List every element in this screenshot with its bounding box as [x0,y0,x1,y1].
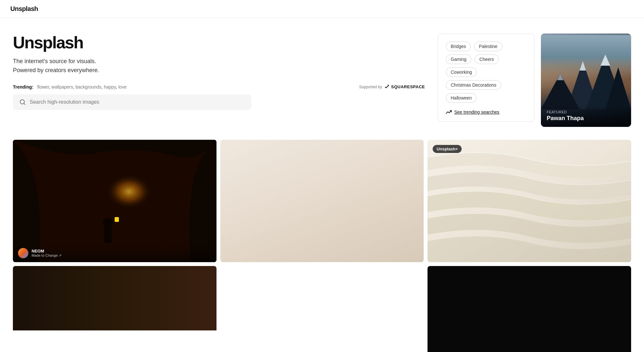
search-input[interactable] [30,99,245,105]
svg-rect-14 [115,217,119,222]
unsplash-plus-badge: Unsplash+ [433,145,462,153]
trending-text: Trending: flower, wallpapers, background… [13,84,127,90]
photo-card-1[interactable]: NEOM Made to Change ↗ [13,140,216,262]
photo-5-image [13,266,216,330]
trending-flower[interactable]: flower [37,84,49,90]
tag-coworking[interactable]: Coworking [446,67,477,77]
cave-svg [13,140,216,262]
featured-card-label: Featured Pawan Thapa [541,105,631,127]
photo-1-sub: Made to Change ↗ [32,253,62,258]
photo-1-avatar [18,248,28,258]
photo-1-credit: NEOM Made to Change ↗ [32,249,62,258]
wavy-lines-svg [428,140,631,262]
photo-1-footer: NEOM Made to Change ↗ [13,244,216,262]
featured-label: Featured [547,110,625,114]
squarespace-icon [384,84,390,90]
navbar: Unsplash [0,0,644,18]
photo-card-3[interactable]: Unsplash+ [428,140,631,262]
squarespace-name: SQUARESPACE [391,84,425,89]
trending-backgrounds[interactable]: backgrounds [76,84,101,90]
photo-1-image [13,140,216,262]
trending-happy[interactable]: happy [104,84,116,90]
featured-card[interactable]: Featured Pawan Thapa [541,33,631,127]
photo-grid: NEOM Made to Change ↗ [0,133,644,352]
tag-christmas-decorations[interactable]: Christmas Decorations [446,80,501,90]
site-logo[interactable]: Unsplash [10,5,38,13]
photo-4-image [428,266,631,352]
search-icon [19,99,26,105]
trending-label: Trending: [13,84,34,90]
hero-title: Unsplash [13,33,425,52]
hero-section: Unsplash The internet's source for visua… [0,18,644,133]
search-box[interactable] [13,94,251,110]
featured-card-background: Featured Pawan Thapa [541,33,631,127]
photo-2-image [220,140,424,262]
photo-card-4[interactable] [428,266,631,352]
hero-subtitle-line2: Powered by creators everywhere. [13,67,99,73]
trending-icon [446,109,452,115]
squarespace-logo: SQUARESPACE [384,84,425,90]
tag-bridges[interactable]: Bridges [446,42,471,51]
photo-3-image: Unsplash+ [428,140,631,262]
trending-love[interactable]: love [118,84,127,90]
hero-subtitle-line1: The internet's source for visuals. [13,58,96,64]
svg-rect-12 [104,224,112,243]
tag-gaming[interactable]: Gaming [446,54,471,64]
mountain-svg [541,35,631,109]
trending-row: Trending: flower, wallpapers, background… [13,84,425,90]
tag-cheers[interactable]: Cheers [475,54,499,64]
photo-1-name: NEOM [32,249,62,253]
trending-wallpapers[interactable]: wallpapers [52,84,73,90]
photo-card-5[interactable] [13,266,216,352]
hero-subtitle: The internet's source for visuals. Power… [13,57,425,75]
see-trending-label: See trending searches [454,109,499,115]
trending-tags-panel: Bridges Palestine Gaming Cheers Coworkin… [438,33,534,122]
featured-photographer: Pawan Thapa [547,115,625,122]
svg-point-13 [103,218,113,226]
tag-palestine[interactable]: Palestine [474,42,502,51]
sponsored-by: Supported by SQUARESPACE [359,84,425,90]
hero-left: Unsplash The internet's source for visua… [13,33,438,110]
photo-card-2[interactable] [220,140,424,262]
see-trending-link[interactable]: See trending searches [446,109,526,115]
svg-point-11 [87,166,163,224]
hero-right: Bridges Palestine Gaming Cheers Coworkin… [438,33,631,127]
sponsored-label: Supported by [359,85,382,89]
svg-line-1 [24,103,25,105]
tags-grid: Bridges Palestine Gaming Cheers Coworkin… [446,42,526,103]
tag-halloween[interactable]: Halloween [446,93,476,103]
